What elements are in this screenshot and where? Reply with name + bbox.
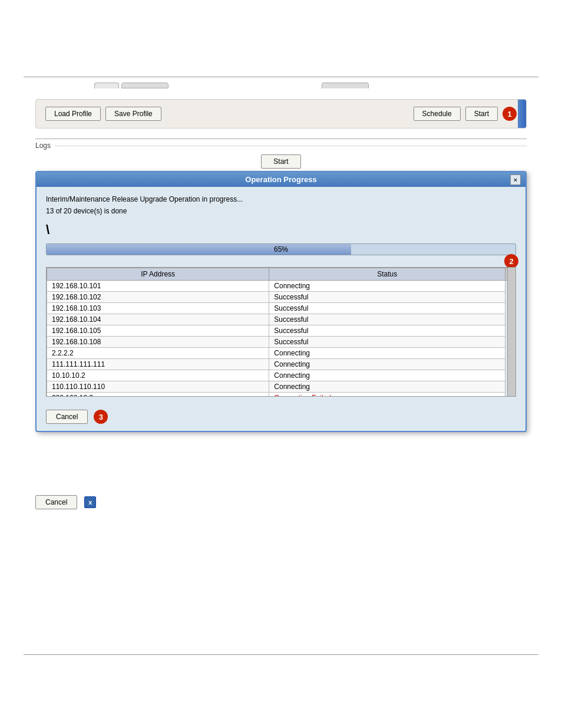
x-close-icon[interactable]: x <box>84 496 96 508</box>
table-row: 192.168.10.105Successful <box>47 325 515 337</box>
table-row: 192.168.10.108Successful <box>47 337 515 348</box>
toolbar-area: Load Profile Save Profile Schedule Start… <box>35 99 527 129</box>
dialog-status-text: Interim/Maintenance Release Upgrade Oper… <box>46 195 516 203</box>
logs-label: Logs <box>35 139 527 150</box>
table-scrollbar[interactable] <box>507 268 515 396</box>
cell-status: Connecting <box>269 348 505 359</box>
cell-status: Connection Failed <box>269 393 505 397</box>
tab-right[interactable] <box>322 83 369 88</box>
col-status-header: Status <box>269 268 505 281</box>
dialog-body: Interim/Maintenance Release Upgrade Oper… <box>37 187 525 405</box>
dialog-titlebar: Operation Progress × <box>37 172 525 187</box>
dialog-cancel-button[interactable]: Cancel <box>46 410 88 424</box>
badge-3: 3 <box>94 410 108 424</box>
badge-2: 2 <box>504 254 518 268</box>
table-row: 192.168.10.101Connecting <box>47 281 515 292</box>
cell-ip: 192.168.10.103 <box>47 303 269 314</box>
cell-ip: 2.2.2.2 <box>47 348 269 359</box>
cell-ip: 200.168.10.3 <box>47 393 269 397</box>
table-row: 192.168.10.103Successful <box>47 303 515 314</box>
table-row: 110.110.110.110Connecting <box>47 381 515 393</box>
top-rule <box>24 77 538 77</box>
toolbar-left: Load Profile Save Profile <box>45 107 161 121</box>
dialog-footer: Cancel 3 <box>37 405 525 431</box>
cell-ip: 192.168.10.105 <box>47 325 269 337</box>
dialog-title: Operation Progress <box>245 175 316 184</box>
toolbar-right: Schedule Start 1 <box>414 107 517 121</box>
schedule-button[interactable]: Schedule <box>414 107 461 121</box>
blue-handle <box>518 100 526 128</box>
load-profile-button[interactable]: Load Profile <box>45 107 101 121</box>
dialog-close-button[interactable]: × <box>510 174 521 185</box>
spinner-char: \ <box>46 222 516 238</box>
bottom-cancel-button[interactable]: Cancel <box>35 495 77 509</box>
logs-dots <box>55 146 527 146</box>
table-row: 200.168.10.3Connection Failed <box>47 393 515 397</box>
cell-status: Connecting <box>269 281 505 292</box>
table-wrapper: IP Address Status 192.168.10.101Connecti… <box>46 267 516 397</box>
dialog-count-text: 13 of 20 device(s) is done <box>46 207 516 215</box>
cell-ip: 110.110.110.110 <box>47 381 269 393</box>
badge-1: 1 <box>503 107 517 121</box>
start-button[interactable]: Start <box>465 107 498 121</box>
badge-2-area: 2 <box>504 254 518 268</box>
device-table-body: 192.168.10.101Connecting192.168.10.102Su… <box>47 281 515 397</box>
tab-1[interactable] <box>94 83 119 88</box>
bottom-section: Cancel x <box>35 495 96 509</box>
page-wrapper: Load Profile Save Profile Schedule Start… <box>0 0 562 728</box>
table-row: 192.168.10.102Successful <box>47 292 515 303</box>
table-header-row: IP Address Status <box>47 268 515 281</box>
logs-start-button[interactable]: Start <box>261 154 300 169</box>
cell-ip: 192.168.10.104 <box>47 314 269 325</box>
cell-ip: 111.111.111.111 <box>47 359 269 370</box>
cell-ip: 192.168.10.101 <box>47 281 269 292</box>
device-table: IP Address Status 192.168.10.101Connecti… <box>47 268 515 397</box>
logs-section: Logs Start <box>35 139 527 169</box>
cell-ip: 192.168.10.108 <box>47 337 269 348</box>
tab-area <box>94 83 369 88</box>
table-row: 10.10.10.2Connecting <box>47 370 515 381</box>
cell-status: Connecting <box>269 370 505 381</box>
progress-bar-container: 65% <box>46 243 516 255</box>
cell-ip: 192.168.10.102 <box>47 292 269 303</box>
cell-status: Successful <box>269 292 505 303</box>
logs-text: Logs <box>35 141 51 150</box>
cell-status: Successful <box>269 303 505 314</box>
bottom-rule <box>24 654 538 655</box>
cell-ip: 10.10.10.2 <box>47 370 269 381</box>
tab-spacer <box>121 83 168 88</box>
progress-wrapper: 65% 2 <box>46 243 516 255</box>
table-area: IP Address Status 192.168.10.101Connecti… <box>46 267 516 397</box>
table-row: 2.2.2.2Connecting <box>47 348 515 359</box>
table-row: 111.111.111.111Connecting <box>47 359 515 370</box>
col-ip-header: IP Address <box>47 268 269 281</box>
cell-status: Connecting <box>269 359 505 370</box>
table-row: 192.168.10.104Successful <box>47 314 515 325</box>
save-profile-button[interactable]: Save Profile <box>105 107 161 121</box>
cell-status: Successful <box>269 325 505 337</box>
cell-status: Successful <box>269 337 505 348</box>
cell-status: Successful <box>269 314 505 325</box>
operation-progress-dialog: Operation Progress × Interim/Maintenance… <box>35 171 527 432</box>
progress-bar-label: 65% <box>47 244 515 255</box>
cell-status: Connecting <box>269 381 505 393</box>
